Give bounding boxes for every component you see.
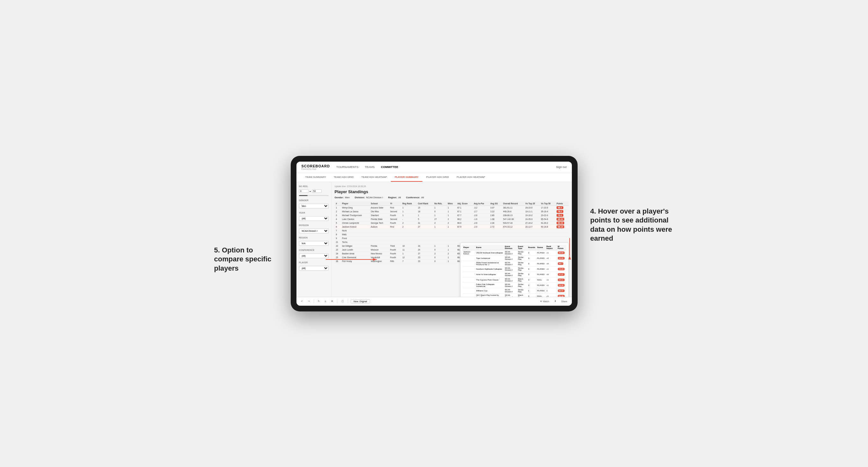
tt-cell-points: 46.7 bbox=[557, 261, 566, 266]
nav-item-teams[interactable]: TEAMS bbox=[365, 165, 375, 169]
redo-btn[interactable]: ↪ bbox=[307, 299, 311, 303]
arrow-right-svg bbox=[565, 238, 575, 257]
table-row[interactable]: 7 Nichi bbox=[335, 228, 569, 232]
no-rds-min-input[interactable] bbox=[299, 189, 309, 193]
cell-record: 533-57-16 bbox=[502, 221, 524, 225]
cell-adj bbox=[456, 236, 473, 240]
cell-vt25: 19-11-1 bbox=[524, 210, 540, 213]
watch-btn[interactable]: 👁 Watch bbox=[539, 300, 551, 303]
no-rds-max-input[interactable] bbox=[312, 189, 322, 193]
cell-rank: 22 bbox=[335, 244, 341, 248]
view-original-btn[interactable]: View: Original bbox=[351, 299, 370, 304]
table-row[interactable]: 3 Michael Thorbjornsen Stanford Fourth 1… bbox=[335, 213, 569, 217]
no-rds-separator: - bbox=[310, 188, 311, 194]
player-select[interactable]: (All) bbox=[299, 266, 329, 271]
cell-adj: 68.0 bbox=[456, 221, 473, 225]
refresh-btn[interactable]: ↻ bbox=[316, 299, 321, 303]
cell-player: Luke Clanton bbox=[341, 217, 369, 221]
download-btn[interactable]: ⬇ bbox=[553, 299, 558, 303]
subnav-player-h2h-heatmap[interactable]: PLAYER H2H HEATMAP bbox=[453, 173, 489, 182]
cell-school: Arizona State bbox=[369, 206, 389, 210]
cell-school: Ole Miss bbox=[369, 210, 389, 213]
nav-item-tournaments[interactable]: TOURNAMENTS bbox=[336, 165, 358, 169]
tt-cell-type: Stroke Play bbox=[517, 255, 527, 261]
dash-btn[interactable]: ⊞ bbox=[330, 299, 334, 303]
update-time: Update time: 27/01/2024 16:56:26 bbox=[335, 185, 569, 187]
division-select[interactable]: NCAA Division I bbox=[299, 228, 329, 234]
copy-btn[interactable]: ⎘ bbox=[323, 300, 328, 303]
cell-school: Florida State bbox=[369, 217, 389, 221]
cell-yr bbox=[389, 228, 401, 232]
share-btn[interactable]: Share bbox=[560, 300, 569, 303]
cell-points[interactable]: 88.2 bbox=[555, 206, 569, 210]
table-row[interactable]: 9 Prest bbox=[335, 236, 569, 240]
cell-rds: 1 bbox=[433, 225, 446, 228]
cell-rds: 27 bbox=[433, 217, 446, 221]
cell-rds: 1 bbox=[433, 206, 446, 210]
undo-btn[interactable]: ↩ bbox=[300, 299, 304, 303]
cell-player: Ian Gilligan bbox=[341, 244, 369, 248]
tt-cell-division: NCAA Division I bbox=[504, 250, 517, 255]
subnav-player-summary[interactable]: PLAYER SUMMARY bbox=[391, 173, 422, 182]
cell-vt25: 27-10-2 bbox=[524, 221, 540, 225]
cell-reg-rank bbox=[401, 232, 416, 236]
cell-conf-rank: 27 bbox=[416, 225, 433, 228]
cell-school: Auburn bbox=[369, 225, 389, 228]
cell-player: Christo Lamprecht bbox=[341, 221, 369, 225]
tooltip-table: Player Event Event Division Event Type R… bbox=[463, 245, 566, 297]
clock-btn[interactable]: 🕐 bbox=[340, 299, 345, 303]
cell-record: 381-61-11 bbox=[502, 206, 524, 210]
cell-record bbox=[502, 236, 524, 240]
cell-yr: First bbox=[389, 225, 401, 228]
tooltip-row: Fallen Oak Collegiate Invitational NCAA … bbox=[463, 282, 566, 288]
nav-item-committee[interactable]: COMMITTEE bbox=[381, 165, 398, 169]
sign-out[interactable]: Sign out bbox=[556, 165, 566, 168]
tt-cell-event: Amer An Intercollegiate bbox=[475, 272, 504, 277]
cell-points[interactable]: 76.2 bbox=[555, 210, 569, 213]
cell-player: Prest bbox=[341, 236, 369, 240]
tt-cell-type: Stroke Play bbox=[517, 250, 527, 255]
subnav-team-h2h-heatmap[interactable]: TEAM H2H HEATMAP bbox=[357, 173, 391, 182]
filter-conference: Conference: All bbox=[406, 196, 424, 199]
table-row[interactable]: 5 Christo Lamprecht Georgia Tech Fourth … bbox=[335, 221, 569, 225]
gender-select[interactable]: Men bbox=[299, 204, 329, 209]
cell-points[interactable]: 68.18 bbox=[555, 225, 569, 228]
subnav-team-summary[interactable]: TEAM SUMMARY bbox=[302, 173, 330, 182]
cell-player: Techs bbox=[341, 240, 369, 244]
cell-yr: Second bbox=[389, 217, 401, 221]
year-select[interactable]: (All) bbox=[299, 216, 329, 221]
cell-points[interactable]: 70.2 bbox=[555, 213, 569, 217]
top-nav: SCOREBOARD Powered by clippi TOURNAMENTS… bbox=[297, 162, 572, 173]
cell-player: Wenyi Ding bbox=[341, 206, 369, 210]
cell-wins bbox=[446, 232, 456, 236]
table-row[interactable]: 1 Wenyi Ding Arizona State First 1 15 1 … bbox=[335, 206, 569, 210]
region-select[interactable]: N/A bbox=[299, 241, 329, 246]
tt-cell-impact: +0 bbox=[546, 255, 557, 261]
cell-wins: 1 bbox=[446, 213, 456, 217]
cell-adj: 67.1 bbox=[456, 206, 473, 210]
table-row[interactable]: 8 Mats bbox=[335, 232, 569, 236]
table-row[interactable]: 6 Jackson Koivun Auburn First 2 27 1 1 8… bbox=[335, 225, 569, 228]
cell-points[interactable]: 80.49 bbox=[555, 221, 569, 225]
cell-points[interactable] bbox=[555, 232, 569, 236]
table-row[interactable]: 2 Michael La Sasso Ole Miss Second 1 18 … bbox=[335, 210, 569, 213]
tt-cell-points: 73.23 bbox=[557, 266, 566, 272]
cell-vt25 bbox=[524, 232, 540, 236]
cell-rds: 1 bbox=[433, 213, 446, 217]
slider-track bbox=[299, 195, 329, 196]
tt-cell-rounds: 3 bbox=[527, 255, 536, 261]
subnav-team-h2h-grid[interactable]: TEAM H2H GRID bbox=[330, 173, 358, 182]
cell-school: Missouri bbox=[369, 248, 389, 251]
cell-yr: Fifth bbox=[389, 259, 401, 263]
cell-topar: -2.6 bbox=[472, 213, 489, 217]
tt-cell-rounds: 3 bbox=[527, 261, 536, 266]
table-header-row: # Player School Yr Reg Rank Conf Rank No… bbox=[335, 201, 569, 206]
cell-wins: 1 bbox=[446, 248, 456, 251]
cell-points[interactable]: 88.34 bbox=[555, 217, 569, 221]
conference-select[interactable]: (All) bbox=[299, 253, 329, 258]
tt-cell-event: Fallen Oak Collegiate Invitational bbox=[475, 282, 504, 288]
cell-points[interactable] bbox=[555, 228, 569, 232]
subnav-player-h2h-grid[interactable]: PLAYER H2H GRID bbox=[422, 173, 453, 182]
table-row[interactable]: 4 Luke Clanton Florida State Second - 5 … bbox=[335, 217, 569, 221]
cell-record: 547-142-38 bbox=[502, 217, 524, 221]
